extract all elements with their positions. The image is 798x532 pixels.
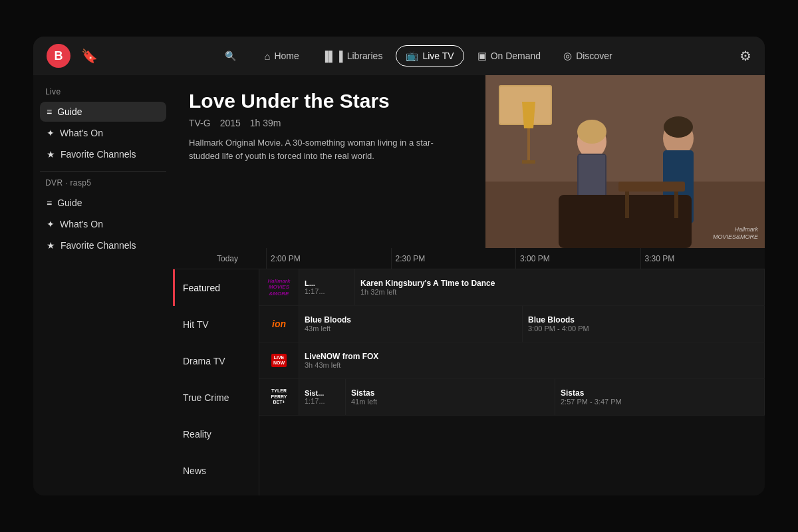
time-slot-330: 3:30 PM <box>640 248 765 269</box>
show-title: Love Under the Stars <box>189 90 469 112</box>
program-hallmark-2[interactable]: Karen Kingsbury's A Time to Dance 1h 32m… <box>355 269 765 305</box>
nav-home[interactable]: ⌂ Home <box>255 47 308 66</box>
time-slot-230: 2:30 PM <box>391 248 516 269</box>
program-livenow-1[interactable]: LiveNOW from FOX 3h 43m left <box>299 342 765 378</box>
guide-icon: ≡ <box>47 106 52 117</box>
search-icon: 🔍 <box>225 51 236 61</box>
user-avatar[interactable]: B <box>47 44 70 68</box>
sidebar-divider <box>40 171 166 172</box>
ion-logo-cell: ion <box>259 306 299 342</box>
libraries-icon: ▐▌▐ <box>322 51 343 62</box>
dvr-favorites-icon: ★ <box>47 240 55 251</box>
svg-rect-16 <box>625 192 629 218</box>
svg-rect-5 <box>527 128 530 162</box>
show-duration: 1h 39m <box>250 118 281 128</box>
guide-area: Today 2:00 PM 2:30 PM 3:00 PM 3:30 PM <box>173 248 765 495</box>
nav-right: ⚙ <box>739 48 751 64</box>
svg-point-13 <box>664 116 693 138</box>
livenow-logo-cell: LIVENOW <box>259 342 299 378</box>
sidebar-item-whats-on[interactable]: ✦ What's On <box>40 123 166 143</box>
favorites-icon: ★ <box>47 149 55 160</box>
livenow-logo: LIVENOW <box>271 354 287 368</box>
svg-rect-17 <box>674 192 678 218</box>
show-meta: TV-G 2015 1h 39m <box>189 118 469 128</box>
main-layout: Live ≡ Guide ✦ What's On ★ Favorite Chan… <box>33 75 765 495</box>
sidebar-item-dvr-guide[interactable]: ≡ Guide <box>40 193 166 213</box>
live-tv-icon: 📺 <box>406 50 418 62</box>
svg-rect-9 <box>579 155 605 195</box>
thumbnail-svg <box>485 75 765 248</box>
channel-row-tyler: TYLERPERRYBET+ Sist... 1:17... Sistas <box>259 379 765 416</box>
show-info: Love Under the Stars TV-G 2015 1h 39m Ha… <box>173 75 485 248</box>
category-hit-tv[interactable]: Hit TV <box>173 306 259 342</box>
search-button[interactable]: 🔍 <box>215 47 245 65</box>
channel-row-hallmark: HallmarkMOVIES&MORE L... 1:17... Karen K… <box>259 269 765 306</box>
dvr-whats-on-icon: ✦ <box>47 219 55 229</box>
nav-libraries[interactable]: ▐▌▐ Libraries <box>313 47 392 66</box>
sidebar-item-favorites[interactable]: ★ Favorite Channels <box>40 144 166 164</box>
tyler-logo: TYLERPERRYBET+ <box>271 388 287 405</box>
svg-rect-6 <box>522 160 535 164</box>
time-slot-today: Today <box>213 248 266 269</box>
show-year: 2015 <box>220 118 241 128</box>
program-tyler-1[interactable]: Sist... 1:17... <box>299 379 346 415</box>
category-true-crime[interactable]: True Crime <box>173 379 259 416</box>
program-hallmark-1[interactable]: L... 1:17... <box>299 269 355 305</box>
nav-center: 🔍 ⌂ Home ▐▌▐ Libraries 📺 Live TV ▣ On De… <box>215 45 621 66</box>
category-featured[interactable]: Featured <box>173 269 259 306</box>
program-ion-1[interactable]: Blue Bloods 43m left <box>299 306 523 342</box>
sidebar-item-dvr-favorites[interactable]: ★ Favorite Channels <box>40 235 166 255</box>
content-area: Love Under the Stars TV-G 2015 1h 39m Ha… <box>173 75 765 495</box>
time-bar: Today 2:00 PM 2:30 PM 3:00 PM 3:30 PM <box>173 248 765 269</box>
bookmark-icon[interactable]: 🔖 <box>81 48 98 64</box>
show-rating: TV-G <box>189 118 211 128</box>
live-section-label: Live <box>40 87 166 96</box>
dvr-section-label: DVR · rasp5 <box>40 178 166 188</box>
category-news[interactable]: News <box>173 452 259 489</box>
hallmark-programs: L... 1:17... Karen Kingsbury's A Time to… <box>299 269 765 305</box>
whats-on-icon: ✦ <box>47 128 55 138</box>
category-reality[interactable]: Reality <box>173 416 259 452</box>
sidebar: Live ≡ Guide ✦ What's On ★ Favorite Chan… <box>33 75 173 495</box>
guide-body: Featured Hit TV Drama TV True Crime Real <box>173 269 765 495</box>
category-drama-tv[interactable]: Drama TV <box>173 342 259 379</box>
home-icon: ⌂ <box>264 51 270 62</box>
nav-live-tv[interactable]: 📺 Live TV <box>396 45 464 66</box>
nav-discover[interactable]: ◎ Discover <box>554 46 621 66</box>
hallmark-logo-cell: HallmarkMOVIES&MORE <box>259 269 299 305</box>
channel-watermark: Hallmark MOVIES&MORE <box>713 226 758 241</box>
hallmark-logo: HallmarkMOVIES&MORE <box>268 278 291 297</box>
ion-logo: ion <box>272 319 286 330</box>
time-slot-300: 3:00 PM <box>515 248 640 269</box>
dvr-guide-icon: ≡ <box>47 198 52 208</box>
on-demand-icon: ▣ <box>477 50 487 62</box>
svg-marker-4 <box>522 102 535 128</box>
svg-rect-15 <box>618 182 685 192</box>
preview-thumbnail[interactable]: Hallmark MOVIES&MORE <box>485 75 765 248</box>
nav-left: B 🔖 <box>47 44 98 68</box>
livenow-programs: LiveNOW from FOX 3h 43m left <box>299 342 765 378</box>
tyler-programs: Sist... 1:17... Sistas 41m left Sistas 2… <box>299 379 765 415</box>
nav-on-demand[interactable]: ▣ On Demand <box>468 46 550 66</box>
upper-content: Love Under the Stars TV-G 2015 1h 39m Ha… <box>173 75 765 248</box>
tyler-logo-cell: TYLERPERRYBET+ <box>259 379 299 415</box>
discover-icon: ◎ <box>563 50 572 62</box>
sidebar-item-dvr-whats-on[interactable]: ✦ What's On <box>40 214 166 234</box>
categories-column: Featured Hit TV Drama TV True Crime Real <box>173 269 259 495</box>
settings-icon[interactable]: ⚙ <box>739 49 751 63</box>
channels-grid: HallmarkMOVIES&MORE L... 1:17... Karen K… <box>259 269 765 495</box>
program-tyler-2[interactable]: Sistas 41m left <box>346 379 555 415</box>
ion-programs: Blue Bloods 43m left Blue Bloods 3:00 PM… <box>299 306 765 342</box>
channel-row-livenow: LIVENOW LiveNOW from FOX 3h 43m left <box>259 342 765 379</box>
show-description: Hallmark Original Movie. A 30-something … <box>189 136 442 162</box>
program-tyler-3[interactable]: Sistas 2:57 PM - 3:47 PM <box>555 379 765 415</box>
program-ion-2[interactable]: Blue Bloods 3:00 PM - 4:00 PM <box>523 306 765 342</box>
time-slot-200: 2:00 PM <box>266 248 391 269</box>
svg-point-10 <box>577 120 606 144</box>
sidebar-item-guide[interactable]: ≡ Guide <box>40 102 166 122</box>
channel-row-ion: ion Blue Bloods 43m left Blue Bloods <box>259 306 765 342</box>
top-nav: B 🔖 🔍 ⌂ Home ▐▌▐ Libraries 📺 Live TV ▣ O… <box>33 37 765 75</box>
